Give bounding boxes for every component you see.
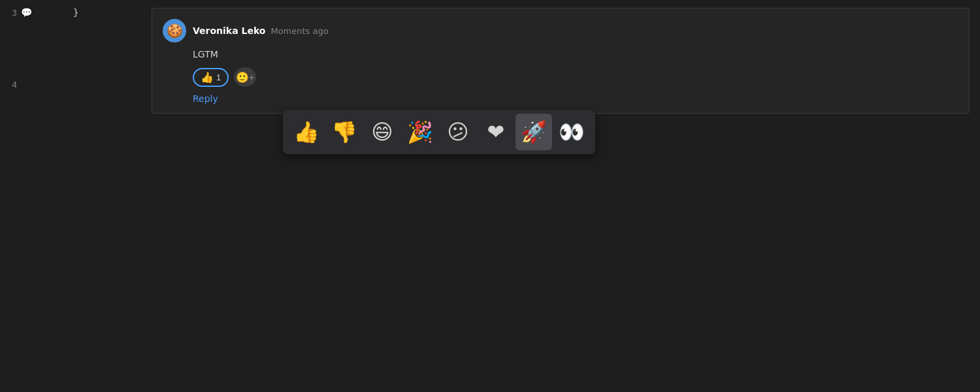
avatar: 🍪 [163, 19, 186, 42]
emoji-picker: 👍👎😄🎉😕❤️🚀👀 [283, 110, 595, 154]
reactions-row: 👍 1 🙂+ [163, 67, 958, 87]
line-4-row: 4 [0, 77, 71, 91]
emoji-option-grin[interactable]: 😄 [364, 114, 400, 150]
comment-card: 🍪 Veronika Leko Moments ago LGTM 👍 1 🙂+ … [152, 8, 970, 114]
line-number-4: 4 [5, 80, 17, 90]
emoji-option-eyes[interactable]: 👀 [553, 114, 590, 150]
emoji-option-rocket[interactable]: 🚀 [515, 114, 552, 150]
avatar-emoji: 🍪 [167, 23, 183, 39]
emoji-option-party[interactable]: 🎉 [402, 114, 438, 150]
emoji-option-heart[interactable]: ❤️ [478, 114, 514, 150]
emoji-option-confused[interactable]: 😕 [440, 114, 476, 150]
add-reaction-icon: 🙂+ [236, 71, 255, 84]
add-reaction-button[interactable]: 🙂+ [234, 67, 256, 87]
comment-icon[interactable]: 💬 [21, 7, 32, 18]
code-brace: } [73, 7, 78, 18]
line-number-3: 3 [5, 8, 17, 18]
comment-meta: Veronika Leko Moments ago [193, 25, 329, 36]
reaction-count: 1 [216, 73, 221, 82]
comment-header: 🍪 Veronika Leko Moments ago [163, 19, 958, 42]
comment-body: LGTM [163, 49, 958, 59]
comment-panel: 🍪 Veronika Leko Moments ago LGTM 👍 1 🙂+ … [141, 0, 980, 392]
code-line-3: } [71, 5, 141, 20]
emoji-option-thumbsup[interactable]: 👍 [288, 114, 325, 150]
thumbsup-reaction[interactable]: 👍 1 [193, 68, 229, 87]
timestamp: Moments ago [270, 26, 328, 36]
reply-link[interactable]: Reply [163, 93, 958, 104]
thumbsup-emoji: 👍 [201, 71, 214, 84]
line-numbers: 3 💬 4 [0, 0, 71, 392]
code-area: } [71, 0, 141, 392]
author-name: Veronika Leko [193, 25, 265, 36]
line-3-row: 3 💬 [0, 5, 71, 20]
emoji-option-thumbsdown[interactable]: 👎 [326, 114, 363, 150]
